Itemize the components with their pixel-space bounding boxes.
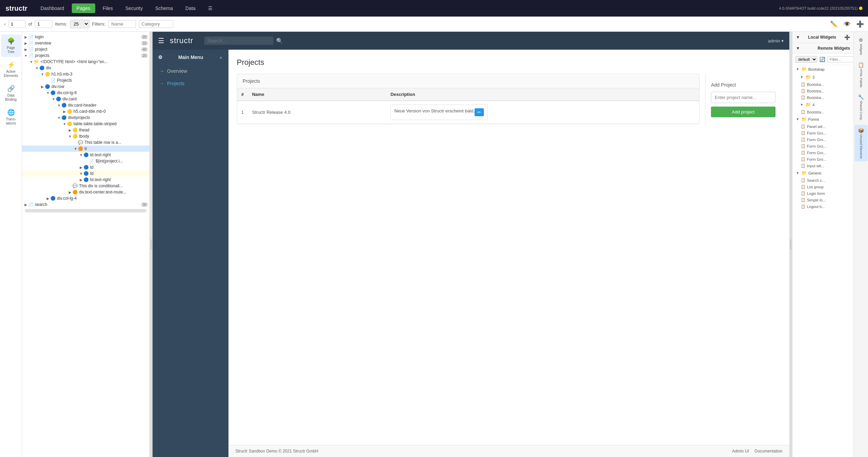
menu-item-projects[interactable]: → Projects [153,77,228,90]
tree-item-doctype[interactable]: ▼ 📁 <!DOCTYPE html> <html lang="en... [22,59,149,65]
forms-toggle[interactable]: ▼ [795,117,800,121]
widget-item-formgro-3[interactable]: 📋 Form Gro... [792,143,854,149]
tree-item-div-text-center[interactable]: ▶ 🟠 div.text-center.text-mute... [22,189,149,195]
generic-toggle[interactable]: ▼ [795,171,800,175]
tree-item-search[interactable]: ▶ 📄 search 30 [22,201,149,208]
tree-item-div-card[interactable]: ▼ 🔵 div.card [22,96,149,102]
widget-item-bootstrap-3-3[interactable]: 📋 Bootstra... [792,94,854,101]
tab-widgets[interactable]: ⚙ Widgets [855,34,868,58]
tree-item-table[interactable]: ▼ 🟡 table.table.table-striped [22,121,149,127]
tree-toggle-div-row[interactable]: ▶ [40,85,45,89]
bootstrap-4-header[interactable]: ▼ 📁 4 [792,101,854,109]
bootstrap-3-header[interactable]: ▼ 📁 3 [792,73,854,81]
nav-security[interactable]: Security [120,3,148,13]
widget-item-formgro-2[interactable]: 📋 Form Gro... [792,136,854,143]
tab-active-elements[interactable]: ⚡ ActiveElements [1,58,21,81]
tree-toggle-td-right2[interactable]: ▶ [79,178,84,182]
tab-html-palette[interactable]: 📋 HTML Palette [855,59,868,90]
preview-icon[interactable]: 👁️ [843,20,851,28]
tree-item-div-col-lg4[interactable]: ▶ 🔵 div.col-lg-4 [22,195,149,201]
tree-toggle-thead[interactable]: ▶ [68,128,72,132]
tree-item-card-header[interactable]: ▼ 🔵 div.card-header [22,102,149,108]
widget-item-input[interactable]: 📋 Input wit... [792,162,854,169]
widget-item-listgroup[interactable]: 📋 List group [792,183,854,190]
tree-toggle-div-projects[interactable]: ▼ [57,116,61,120]
tree-item-h1[interactable]: ▼ 🟡 h1.h3.mb-3 [22,71,149,77]
tree-item-comment-div[interactable]: 💬 This div is conditionall... [22,183,149,189]
tree-toggle-td-right1[interactable]: ▼ [79,153,84,157]
tree-toggle-div[interactable]: ▼ [35,66,39,70]
prev-page-button[interactable]: ‹ [4,21,6,27]
tree-item-projects[interactable]: ▼ 📄 projects 20 [22,52,149,59]
tree-toggle-col-lg8[interactable]: ▼ [46,91,50,95]
widget-item-logout[interactable]: 📋 Logout b... [792,203,854,210]
tree-item-int-project[interactable]: 📄 ${int(project.i... [22,158,149,164]
widget-item-formgro-4[interactable]: 📋 Form Gro... [792,149,854,156]
widget-item-search[interactable]: 📋 Search c... [792,177,854,183]
tree-toggle-overview[interactable]: ▶ [23,41,28,45]
tree-item-td-right1[interactable]: ▼ 🔵 td.text-right [22,152,149,158]
nav-data[interactable]: Data [181,3,201,13]
nav-schema[interactable]: Schema [150,3,178,13]
tree-item-td1[interactable]: ▶ 🔵 td [22,164,149,170]
widget-filter-input[interactable] [827,56,854,62]
nav-dashboard[interactable]: Dashboard [36,3,69,13]
bootstrap-folder-header[interactable]: ▼ 📁 Bootstrap [792,65,854,73]
tree-toggle-div-text-center[interactable]: ▶ [68,190,72,194]
widget-item-simple-lo[interactable]: 📋 Simple lo... [792,197,854,203]
tab-page-tree[interactable]: 🌳 PageTree [1,34,21,57]
right-divider[interactable] [789,32,792,457]
tree-item-div[interactable]: ▼ 🔵 div [22,65,149,71]
project-name-input[interactable] [711,92,776,103]
remote-widgets-header[interactable]: ▼ Remote Widgets [792,43,854,54]
tree-item-comment-row[interactable]: 💬 This table row is a... [22,139,149,146]
tab-unused-elements[interactable]: 📦 Unused Elements [855,125,868,161]
tree-toggle-tr[interactable]: ▼ [73,147,78,151]
widget-item-login-form[interactable]: 📋 Login form [792,190,854,197]
tree-toggle-td2[interactable]: ▼ [79,172,84,176]
bootstrap-4-toggle[interactable]: ▼ [799,103,804,107]
main-menu-header[interactable]: ⚙ Main Menu ▲ [153,50,228,65]
bootstrap-toggle[interactable]: ▼ [795,67,800,71]
refresh-button[interactable]: 🔄 [819,57,825,62]
filter-category-input[interactable] [139,20,173,28]
tree-toggle-doctype[interactable]: ▼ [29,60,34,64]
add-local-widget-button[interactable]: ➕ [844,34,850,40]
tree-toggle-col-lg4[interactable]: ▶ [46,197,50,200]
tree-item-td-right2[interactable]: ▶ 🔵 td.text-right [22,177,149,183]
widget-item-bootstrap-4-1[interactable]: 📋 Bootstra... [792,109,854,115]
hamburger-icon[interactable]: ☰ [158,37,164,45]
widget-item-formgro-1[interactable]: 📋 Form Gro... [792,130,854,136]
tab-data-binding[interactable]: 🔗 DataBinding [1,82,21,105]
tree-item-td2[interactable]: ▼ 🔵 td [22,170,149,177]
footer-admin-ui[interactable]: Admin UI [732,449,749,454]
nav-pages[interactable]: Pages [72,3,95,13]
tree-item-overview[interactable]: ▶ 📄 overview 10 [22,40,149,46]
tree-toggle-h5[interactable]: ▶ [62,110,67,113]
tree-item-project[interactable]: ▶ 📄 project 40 [22,46,149,52]
tree-item-login[interactable]: ▶ 📄 login 20 [22,34,149,40]
tree-item-div-projects[interactable]: ▼ 🔵 div#projects [22,115,149,121]
tree-toggle-search[interactable]: ▶ [23,203,28,207]
tab-shared-comp[interactable]: 🔧 Shared Comp. [855,91,868,123]
search-input[interactable] [204,37,273,45]
tree-toggle-div-card[interactable]: ▼ [51,97,56,101]
tree-toggle-project[interactable]: ▶ [23,48,28,51]
admin-menu[interactable]: admin ▾ [768,38,784,43]
nav-more[interactable]: ☰ [203,3,217,13]
bootstrap-3-toggle[interactable]: ▼ [799,75,804,79]
tab-translations[interactable]: 🌐 Trans-lations [1,106,21,128]
tree-item-tbody[interactable]: ▼ 🟡 tbody [22,133,149,139]
edit-description-button[interactable]: ✏ [475,108,484,116]
tree-toggle-card-header[interactable]: ▼ [57,103,61,107]
widget-item-panel[interactable]: 📋 Panel wit... [792,123,854,130]
widget-item-bootstrap-3-1[interactable]: 📋 Bootstra... [792,81,854,88]
tree-toggle-projects[interactable]: ▼ [23,54,28,58]
tree-item-h5[interactable]: ▶ 🟡 h5.card-title.mb-0 [22,108,149,115]
items-count-select[interactable]: 25 50 100 [70,20,89,28]
tree-item-projects-text[interactable]: 📄 Projects [22,77,149,83]
add-project-button[interactable]: Add project [711,107,776,117]
edit-mode-icon[interactable]: ✏️ [830,20,838,28]
menu-item-overview[interactable]: → Overview [153,65,228,77]
remote-source-select[interactable]: default [795,56,817,63]
